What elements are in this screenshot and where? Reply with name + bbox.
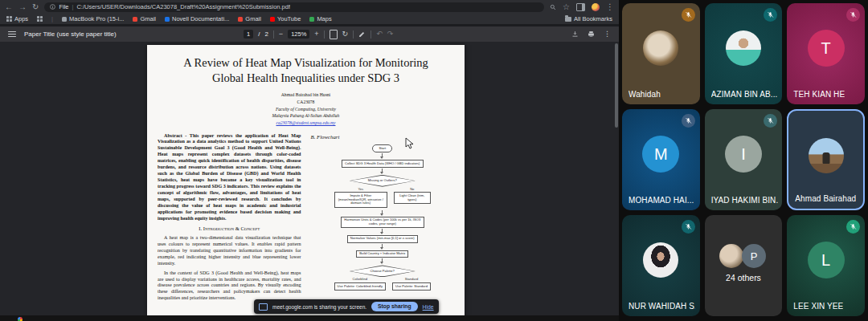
- side-panel-icon[interactable]: [576, 3, 585, 11]
- pdf-more-icon[interactable]: ⋮: [604, 30, 611, 38]
- participant-tile-teh[interactable]: T TEH KIAN HE: [787, 3, 865, 104]
- all-bookmarks-label: All Bookmarks: [574, 15, 612, 22]
- mouse-cursor: [405, 137, 414, 149]
- toolbar-divider: [371, 30, 371, 39]
- mic-muted-icon: [764, 8, 777, 22]
- browser-menu-icon[interactable]: ⋮: [606, 3, 614, 11]
- taskbar-logo-icon[interactable]: [18, 317, 23, 321]
- reload-icon[interactable]: ↻: [32, 3, 39, 11]
- participant-name: TEH KIAN HE: [793, 90, 845, 99]
- avatar: [643, 30, 678, 66]
- rotate-icon[interactable]: ↻: [342, 30, 349, 38]
- page-total: 2: [264, 30, 268, 38]
- avatar: [726, 30, 761, 66]
- forward-icon[interactable]: →: [18, 3, 27, 11]
- bookmark-label: Maps: [317, 15, 331, 22]
- mic-muted-icon: [682, 114, 695, 128]
- flowchart-branch: Colorblind Use Palette: Colorblind-frien…: [334, 278, 432, 290]
- flowchart-node-palette-cb: Use Palette: Colorblind-friendly: [334, 282, 386, 291]
- print-icon[interactable]: [588, 30, 595, 38]
- flowchart-arrow: [382, 258, 383, 262]
- novell-favicon: [165, 17, 170, 22]
- avatar-letter: I: [725, 136, 762, 173]
- toolbar-divider: [324, 30, 325, 39]
- undo-icon[interactable]: ↶: [376, 30, 383, 38]
- author-id: CA23078: [147, 99, 465, 106]
- bookmark-label: Gmail: [245, 15, 261, 22]
- bookmark-item-gmail-2[interactable]: Gmail: [238, 15, 261, 22]
- group-avatar-letter: P: [742, 244, 766, 268]
- taskbar-strip: [0, 315, 619, 321]
- flowchart-arrow: [382, 169, 383, 173]
- participant-tile-lee[interactable]: L LEE XIN YEE: [787, 215, 865, 316]
- bookmark-label: MacBook Pro (15-i...: [69, 15, 124, 22]
- gmail-favicon: [133, 17, 137, 22]
- flowchart-arrow: [382, 244, 383, 248]
- participant-name: MOHAMAD HAI...: [628, 196, 694, 205]
- participant-tile-iyad[interactable]: I IYAD HAKIMI BIN...: [705, 109, 783, 210]
- bookmark-star-icon[interactable]: ☆: [563, 3, 570, 11]
- flowchart-heading: B. Flowchart: [311, 134, 455, 141]
- participant-name: IYAD HAKIMI BIN...: [711, 196, 778, 205]
- participant-tile-mohamad[interactable]: M MOHAMAD HAI...: [622, 109, 700, 210]
- paper-right-column: B. Flowchart Start Collect SDG 3 Health …: [311, 133, 455, 306]
- address-scheme-label: File: [59, 3, 68, 10]
- more-participants-tile[interactable]: P 24 others: [705, 215, 783, 316]
- apps-button[interactable]: Apps: [6, 15, 28, 22]
- page-separator: /: [258, 30, 260, 38]
- browser-toolbar: ← → ↻ File | C:/Users/USER/Downloads/CA2…: [0, 0, 619, 14]
- bookmark-label: Gmail: [140, 15, 156, 22]
- apps-launcher-icon[interactable]: [37, 16, 43, 22]
- address-url[interactable]: C:/Users/USER/Downloads/CA23078_Draft%20…: [76, 3, 290, 10]
- flowchart-yes-label: Yes: [358, 188, 363, 192]
- flowchart-node-harmonize: Harmonize Units & Codes (per 100k vs per…: [341, 217, 424, 228]
- profile-avatar[interactable]: [592, 3, 600, 11]
- zoom-in-button[interactable]: +: [314, 30, 318, 38]
- author-email-link[interactable]: ca23078@student.umpsa.edu.my: [276, 120, 336, 125]
- pdf-page-controls: 1 / 2 − 125% + ↻ ↶ ↷: [244, 26, 393, 42]
- flowchart-node-impute: Impute & Filter (mean/median/IQR, winsor…: [334, 192, 387, 207]
- flowchart-no-label: No: [410, 188, 414, 192]
- fit-page-icon[interactable]: [330, 30, 338, 39]
- bookmark-item-gmail-1[interactable]: Gmail: [133, 15, 156, 22]
- redo-icon[interactable]: ↷: [387, 30, 394, 38]
- flowchart-arrow: [382, 229, 383, 233]
- avatar-letter: L: [808, 242, 845, 278]
- bookmark-item-novell[interactable]: Novell Documentati...: [165, 15, 229, 22]
- flowchart-node-clean: Light Clean (trim, types): [394, 192, 431, 203]
- bookmark-item-macbook[interactable]: MacBook Pro (15-i...: [62, 15, 124, 22]
- shared-screen: ← → ↻ File | C:/Users/USER/Downloads/CA2…: [0, 0, 619, 315]
- pdf-content-area[interactable]: A Review of Heat Map Visualization for M…: [0, 42, 619, 315]
- others-count-label: 24 others: [705, 273, 783, 282]
- page-number-input[interactable]: 1: [244, 30, 253, 39]
- all-bookmarks-button[interactable]: All Bookmarks: [565, 15, 612, 22]
- bookmark-item-maps[interactable]: Maps: [309, 15, 331, 22]
- annotate-pen-icon[interactable]: [358, 30, 366, 38]
- bookmarks-bar: Apps | MacBook Pro (15-i... Gmail Novell…: [0, 14, 619, 26]
- pdf-scrollbar[interactable]: [615, 43, 618, 128]
- bookmark-item-youtube[interactable]: YouTube: [270, 15, 301, 22]
- pdf-menu-icon[interactable]: [8, 31, 16, 38]
- intro-paragraph-1: A heat map is a two-dimensional data vis…: [158, 235, 301, 267]
- flowchart-node-normalize: Normalize Values (min-max [0,1] or z-sco…: [347, 235, 418, 243]
- back-icon[interactable]: ←: [5, 3, 13, 11]
- pdf-doc-title: Paper Title (use style paper title): [24, 30, 117, 38]
- zoom-out-button[interactable]: −: [279, 30, 283, 38]
- flowchart-decision-missing: Missing or Outliers?: [350, 175, 416, 187]
- participant-tile-nur[interactable]: NUR WAHIDAH S...: [622, 215, 700, 316]
- avatar-figure: [822, 152, 829, 164]
- download-icon[interactable]: [571, 30, 579, 38]
- participant-tile-ahmad-active[interactable]: Ahmad Bairahad: [787, 109, 865, 210]
- zoom-level-input[interactable]: 125%: [288, 30, 309, 39]
- participant-tile-wahidah[interactable]: Wahidah: [622, 3, 700, 104]
- stop-sharing-button[interactable]: Stop sharing: [371, 302, 418, 312]
- address-bar[interactable]: File | C:/Users/USER/Downloads/CA23078_D…: [44, 2, 544, 12]
- meet-panel: Wahidah AZIMAN BIN AB... T TEH KIAN HE M: [619, 0, 868, 321]
- hide-banner-link[interactable]: Hide: [423, 304, 434, 310]
- search-icon[interactable]: [550, 4, 556, 10]
- app-root: ← → ↻ File | C:/Users/USER/Downloads/CA2…: [0, 0, 868, 321]
- participant-tile-aziman[interactable]: AZIMAN BIN AB...: [705, 3, 783, 104]
- flowchart-node-matrix: Build Country × Indicator Matrix: [356, 250, 408, 258]
- affiliation-line1: Faculty of Computing, University: [147, 106, 465, 113]
- avatar-letter: M: [642, 136, 679, 173]
